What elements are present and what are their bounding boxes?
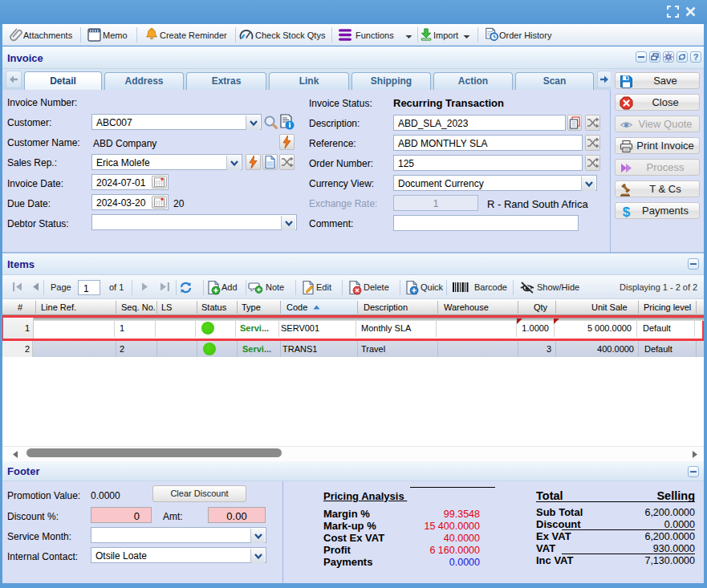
svg-text:$: $ (623, 205, 631, 218)
svg-text:?: ? (693, 52, 699, 62)
